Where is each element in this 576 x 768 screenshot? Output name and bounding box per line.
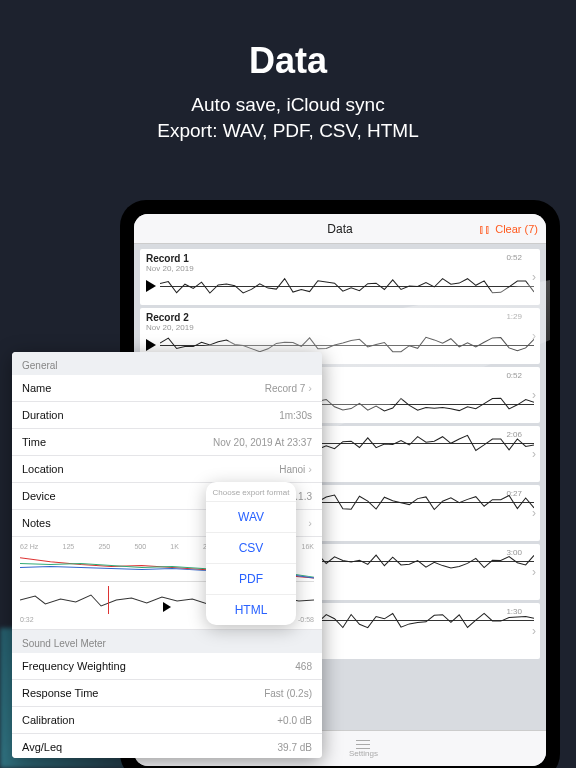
- row-response-time: Response TimeFast (0.2s): [12, 680, 322, 707]
- svg-rect-3: [356, 740, 370, 741]
- record-duration: 0:52: [506, 371, 522, 380]
- nav-title: Data: [327, 222, 352, 236]
- nav-bar: Data ⫿⫿ Clear (7): [134, 214, 546, 244]
- freq-tick: 500: [134, 543, 146, 550]
- chevron-right-icon: ›: [308, 382, 312, 394]
- hero-line-2: Export: WAV, PDF, CSV, HTML: [157, 120, 419, 141]
- row-duration: Duration 1m:30s: [12, 402, 322, 429]
- map-icon: ⫿⫿: [479, 223, 491, 235]
- section-slm-header: Sound Level Meter: [12, 630, 322, 653]
- freq-tick: 125: [63, 543, 75, 550]
- row-name[interactable]: Name Record 7›: [12, 375, 322, 402]
- svg-rect-4: [356, 744, 370, 745]
- row-location[interactable]: Location Hanoi›: [12, 456, 322, 483]
- row-calibration: Calibration+0.0 dB: [12, 707, 322, 734]
- record-row[interactable]: Record 1Nov 20, 20190:52›: [140, 249, 540, 305]
- play-button[interactable]: [146, 280, 156, 292]
- row-avg: Avg/Leq39.7 dB: [12, 734, 322, 758]
- chevron-right-icon: ›: [308, 463, 312, 475]
- record-duration: 0:52: [506, 253, 522, 262]
- record-duration: 1:29: [506, 312, 522, 321]
- playhead-marker[interactable]: [108, 586, 109, 614]
- clear-button[interactable]: ⫿⫿ Clear (7): [479, 223, 538, 235]
- row-freq-weighting: Frequency Weighting468: [12, 653, 322, 680]
- hero-title: Data: [0, 40, 576, 82]
- waveform: [160, 275, 534, 297]
- export-option-wav[interactable]: WAV: [206, 501, 296, 532]
- tab-settings[interactable]: Settings: [349, 739, 378, 758]
- freq-tick: 62 Hz: [20, 543, 38, 550]
- row-time: Time Nov 20, 2019 At 23:37: [12, 429, 322, 456]
- export-popover: Choose export format WAV CSV PDF HTML: [206, 482, 296, 625]
- chevron-right-icon: ›: [308, 517, 312, 529]
- play-button[interactable]: [163, 602, 171, 612]
- hero-text: Data Auto save, iCloud sync Export: WAV,…: [0, 0, 576, 143]
- export-option-html[interactable]: HTML: [206, 594, 296, 625]
- play-button[interactable]: [146, 339, 156, 351]
- popover-title: Choose export format: [206, 482, 296, 501]
- record-detail-panel: General Name Record 7› Duration 1m:30s T…: [12, 352, 322, 758]
- export-option-csv[interactable]: CSV: [206, 532, 296, 563]
- hero-line-1: Auto save, iCloud sync: [191, 94, 384, 115]
- sliders-icon: [356, 739, 370, 749]
- freq-tick: 250: [98, 543, 110, 550]
- freq-tick: 16K: [301, 543, 313, 550]
- record-date: Nov 20, 2019: [146, 264, 534, 273]
- record-title: Record 1: [146, 253, 534, 264]
- record-title: Record 2: [146, 312, 534, 323]
- record-date: Nov 20, 2019: [146, 323, 534, 332]
- section-general-header: General: [12, 352, 322, 375]
- freq-tick: 1K: [170, 543, 179, 550]
- export-option-pdf[interactable]: PDF: [206, 563, 296, 594]
